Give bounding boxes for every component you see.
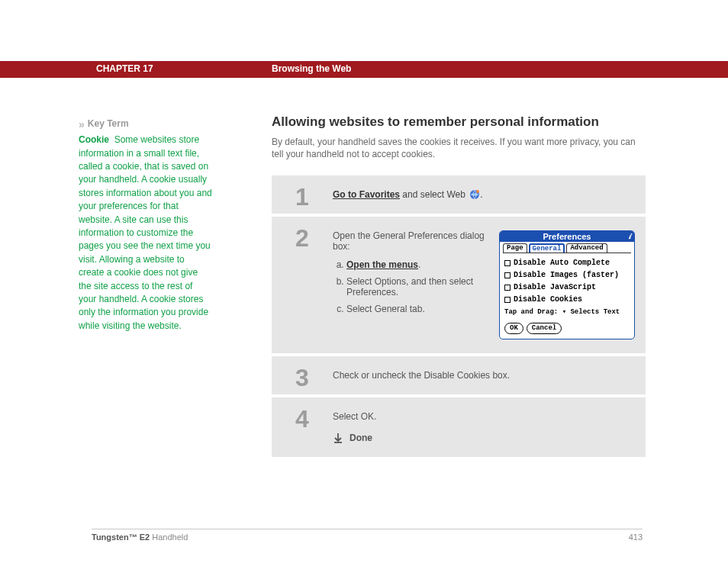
section-title: Browsing the Web xyxy=(272,63,351,74)
preferences-dialog: Preferences 𝒊 Page General Advanced Disa… xyxy=(499,230,635,339)
keyterm-text: Some websites store information in a sma… xyxy=(79,134,212,330)
sidebar-keyterm: » Key Term Cookie Some websites store in… xyxy=(79,117,212,333)
step-3-body: Check or uncheck the Disable Cookies box… xyxy=(333,356,646,394)
footer-rule xyxy=(92,529,643,529)
chapter-label: CHAPTER 17 xyxy=(96,63,153,74)
step-1-text: and select Web xyxy=(400,189,468,200)
pref-row-autocomplete[interactable]: Disable Auto Complete xyxy=(504,257,630,269)
step-number: 1 xyxy=(272,185,333,209)
step-4-text: Select OK. xyxy=(333,411,376,422)
step-2: 2 Open the General Preferences dialog bo… xyxy=(272,217,646,353)
step-2c: Select General tab. xyxy=(346,304,485,314)
intro-text: By default, your handheld saves the cook… xyxy=(272,136,646,160)
checkbox-icon[interactable] xyxy=(504,260,511,266)
step-number: 2 xyxy=(272,226,333,250)
keyterm-label: Key Term xyxy=(88,117,129,130)
page-title: Allowing websites to remember personal i… xyxy=(272,114,646,130)
ok-button[interactable]: OK xyxy=(504,323,523,335)
done-arrow-icon xyxy=(333,433,343,443)
svg-point-1 xyxy=(476,190,479,193)
step-number: 3 xyxy=(272,365,333,390)
step-2b: Select Options, and then select Preferen… xyxy=(346,276,485,298)
checkbox-icon[interactable] xyxy=(504,285,511,291)
web-icon xyxy=(469,189,480,200)
step-number: 4 xyxy=(272,407,333,431)
info-icon[interactable]: 𝒊 xyxy=(629,232,631,241)
pref-row-images[interactable]: Disable Images (faster) xyxy=(504,269,630,281)
pref-row-cookies[interactable]: Disable Cookies xyxy=(504,294,630,305)
preferences-tabs: Page General Advanced xyxy=(500,242,634,253)
checkbox-icon[interactable] xyxy=(504,272,511,278)
tab-advanced[interactable]: Advanced xyxy=(566,243,607,253)
tap-drag-dropdown[interactable]: ▾ Selects Text xyxy=(562,307,620,318)
step-2a: Open the menus. xyxy=(346,259,485,270)
page: CHAPTER 17 Browsing the Web » Key Term C… xyxy=(0,0,728,563)
preferences-body: Disable Auto Complete Disable Images (fa… xyxy=(500,253,634,339)
pref-tap-drag: Tap and Drag: ▾ Selects Text xyxy=(504,307,630,318)
go-to-favorites-link[interactable]: Go to Favorites xyxy=(333,189,400,200)
cancel-button[interactable]: Cancel xyxy=(527,323,562,335)
step-1: 1 Go to Favorites and select Web . xyxy=(272,175,646,214)
step-4-body: Select OK. Done xyxy=(333,397,646,457)
step-2-lead: Open the General Preferences dialog box: xyxy=(333,230,485,252)
main-content: Allowing websites to remember personal i… xyxy=(272,114,646,460)
preferences-titlebar: Preferences 𝒊 xyxy=(500,231,634,242)
tab-general[interactable]: General xyxy=(529,243,565,253)
step-1-period: . xyxy=(480,189,482,200)
done-label: Done xyxy=(350,433,372,443)
steps-list: 1 Go to Favorites and select Web . 2 Ope… xyxy=(272,175,646,457)
step-2-body: Open the General Preferences dialog box:… xyxy=(333,217,646,353)
step-3: 3 Check or uncheck the Disable Cookies b… xyxy=(272,356,646,394)
page-number: 413 xyxy=(629,532,643,542)
checkbox-icon[interactable] xyxy=(504,297,511,303)
step-1-body: Go to Favorites and select Web . xyxy=(333,175,646,214)
tab-page[interactable]: Page xyxy=(503,243,527,253)
pref-row-javascript[interactable]: Disable JavaScript xyxy=(504,282,630,293)
step-4: 4 Select OK. Done xyxy=(272,397,646,457)
open-menus-link[interactable]: Open the menus xyxy=(346,259,418,270)
done-row: Done xyxy=(333,433,635,443)
keyterm-body: Cookie Some websites store information i… xyxy=(79,134,212,333)
preferences-title-text: Preferences xyxy=(543,232,591,241)
footer: Tungsten™ E2 Handheld 413 xyxy=(92,532,643,542)
keyterm-arrows-icon: » xyxy=(79,117,83,132)
keyterm-term: Cookie xyxy=(79,134,109,145)
step-2-text: Open the General Preferences dialog box:… xyxy=(333,230,485,339)
product-name: Tungsten™ E2 Handheld xyxy=(92,532,188,542)
header-bar: CHAPTER 17 Browsing the Web xyxy=(0,61,728,78)
